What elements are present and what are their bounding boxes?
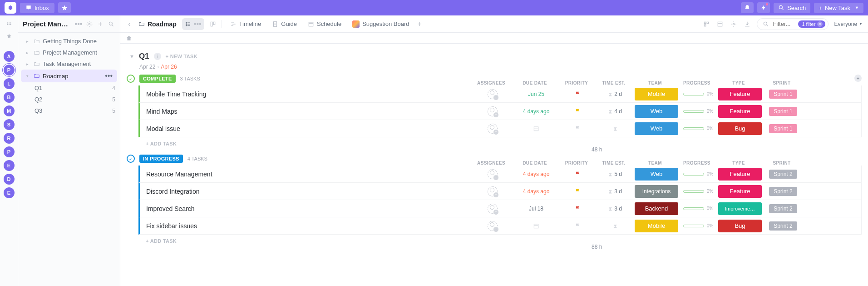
new-task-button[interactable]: + New Task ▼ [814, 3, 863, 13]
assignee-add[interactable] [488, 204, 498, 214]
task-row[interactable]: Fix sidebar issues⧗Mobile0%BugSprint 2 [138, 217, 862, 235]
assignee-add[interactable] [488, 169, 498, 179]
team-pill[interactable]: Backend [635, 202, 678, 215]
task-title[interactable]: Improved Search [146, 205, 195, 212]
tab-guide[interactable]: Guide [269, 20, 300, 27]
time-est[interactable]: ⧗4 d [608, 108, 622, 115]
time-empty-icon[interactable]: ⧗ [613, 223, 617, 229]
sprint-tag[interactable]: Sprint 2 [769, 170, 797, 179]
filter-pill[interactable]: 1 filter✕ [798, 20, 825, 28]
due-date[interactable]: 4 days ago [523, 188, 550, 195]
due-empty-icon[interactable] [533, 125, 539, 132]
task-title[interactable]: Modal issue [146, 125, 180, 132]
x-icon[interactable]: ✕ [817, 21, 823, 27]
task-title[interactable]: Mind Maps [146, 108, 177, 115]
priority-flag-icon[interactable] [575, 206, 581, 212]
type-pill[interactable]: Feature [718, 185, 762, 198]
space-badge[interactable]: R [4, 133, 15, 144]
assignee-add[interactable] [488, 186, 498, 196]
priority-flag-icon[interactable] [575, 171, 581, 177]
group-status-label[interactable]: COMPLETE [139, 75, 176, 83]
space-badge[interactable]: A [4, 51, 15, 62]
priority-flag-icon[interactable] [575, 125, 581, 132]
add-column-button[interactable]: + [854, 75, 862, 82]
sprint-tag[interactable]: Sprint 2 [769, 221, 797, 231]
due-date[interactable]: 4 days ago [523, 108, 550, 115]
task-row[interactable]: Mind Maps4 days ago⧗4 dWeb0%FeatureSprin… [138, 103, 862, 120]
type-pill[interactable]: Feature [718, 105, 762, 118]
folder-row[interactable]: ▾Roadmap••• [21, 70, 117, 82]
notifications-button[interactable] [741, 2, 754, 13]
folder-row[interactable]: ▸Task Management [18, 58, 120, 70]
space-badge[interactable]: L [4, 78, 15, 89]
add-task-button[interactable]: + ADD TASK [127, 137, 862, 146]
section-collapse-caret[interactable]: ▼ [129, 54, 134, 59]
inbox-button[interactable]: Inbox [20, 3, 54, 13]
group-status-label[interactable]: IN PROGRESS [139, 155, 183, 163]
due-empty-icon[interactable] [533, 223, 539, 229]
task-row[interactable]: Improved SearchJul 18⧗3 dBackend0%Improv… [138, 200, 862, 217]
tab-timeline[interactable]: Timeline [227, 20, 264, 27]
team-pill[interactable]: Web [635, 122, 678, 135]
space-add-button[interactable]: + [96, 20, 104, 28]
team-pill[interactable]: Web [635, 168, 678, 181]
add-task-button[interactable]: + ADD TASK [127, 235, 862, 244]
sprint-tag[interactable]: Sprint 1 [769, 124, 797, 133]
list-row[interactable]: Q14 [18, 82, 120, 94]
space-badge[interactable]: P [4, 65, 15, 75]
section-info-icon[interactable]: i [154, 53, 161, 60]
status-circle-icon[interactable]: ✓ [127, 75, 135, 83]
time-empty-icon[interactable]: ⧗ [613, 125, 617, 132]
assignee-add[interactable] [488, 106, 498, 116]
section-new-task-button[interactable]: + NEW TASK [166, 54, 197, 59]
type-pill[interactable]: Bug [718, 122, 762, 135]
sprint-tag[interactable]: Sprint 1 [769, 107, 797, 116]
pin-icon[interactable] [5, 32, 14, 41]
progress-bar[interactable]: 0% [680, 171, 716, 176]
time-est[interactable]: ⧗5 d [608, 171, 622, 177]
templates-icon[interactable] [716, 21, 724, 27]
progress-bar[interactable]: 0% [680, 189, 716, 194]
search-button[interactable]: Search [774, 3, 810, 13]
priority-flag-icon[interactable] [575, 188, 581, 195]
folder-actions[interactable]: ••• [105, 72, 113, 80]
task-title[interactable]: Discord Integration [146, 188, 200, 195]
time-est[interactable]: ⧗2 d [608, 91, 622, 97]
filter-input-wrap[interactable]: 1 filter✕ [757, 18, 829, 30]
apps-icon[interactable] [5, 20, 14, 29]
assignee-add[interactable] [488, 124, 498, 134]
time-est[interactable]: ⧗3 d [608, 188, 622, 195]
type-pill[interactable]: Improveme… [718, 202, 762, 215]
folder-row[interactable]: ▸Getting Things Done [18, 35, 120, 47]
due-date[interactable]: Jul 18 [529, 206, 543, 212]
list-row[interactable]: Q35 [18, 105, 120, 116]
quick-actions-button[interactable] [757, 2, 770, 13]
time-est[interactable]: ⧗3 d [608, 206, 622, 212]
board-view-icon[interactable] [210, 21, 216, 27]
app-logo-icon[interactable] [5, 2, 16, 14]
space-settings-icon[interactable] [85, 21, 94, 27]
space-badge[interactable]: S [4, 119, 15, 130]
tab-schedule[interactable]: Schedule [305, 20, 344, 27]
settings-icon[interactable] [730, 21, 738, 27]
progress-bar[interactable]: 0% [680, 206, 716, 211]
space-menu-button[interactable]: ••• [74, 20, 83, 28]
view-layout-toggle[interactable]: ••• [182, 18, 204, 30]
progress-bar[interactable]: 0% [680, 109, 716, 114]
team-pill[interactable]: Web [635, 105, 678, 118]
home-breadcrumb[interactable] [126, 35, 132, 41]
team-pill[interactable]: Mobile [635, 88, 678, 100]
team-pill[interactable]: Mobile [635, 220, 678, 232]
view-title[interactable]: Roadmap [138, 20, 177, 28]
team-pill[interactable]: Integrations [635, 185, 678, 198]
task-row[interactable]: Discord Integration4 days ago⧗3 dIntegra… [138, 183, 862, 200]
tab-suggestion[interactable]: Suggestion Board [350, 20, 412, 28]
favorites-button[interactable]: ★ [58, 2, 71, 13]
assignee-filter-button[interactable]: Everyone ▼ [834, 21, 863, 27]
sprint-tag[interactable]: Sprint 1 [769, 90, 797, 99]
list-row[interactable]: Q25 [18, 94, 120, 105]
task-row[interactable]: Mobile Time TrackingJun 25⧗2 dMobile0%Fe… [138, 85, 862, 103]
automations-icon[interactable] [702, 21, 710, 27]
space-badge[interactable]: B [4, 92, 15, 103]
type-pill[interactable]: Feature [718, 88, 762, 100]
